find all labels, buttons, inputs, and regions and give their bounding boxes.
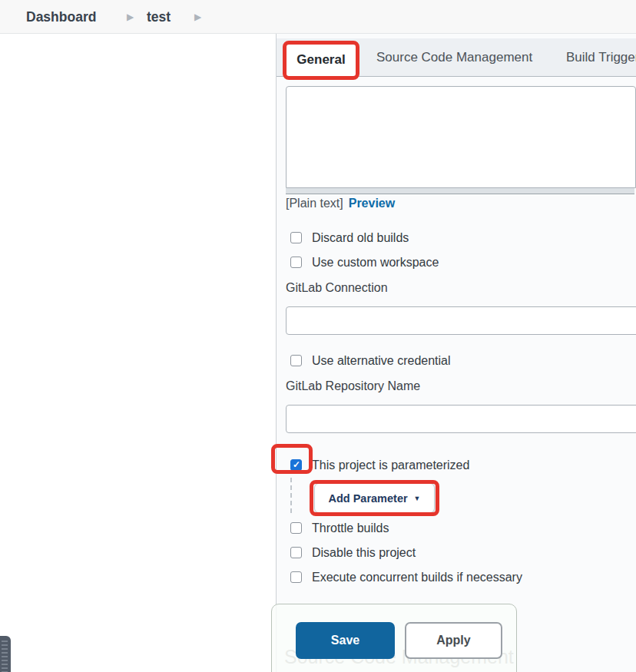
- content-divider: [276, 34, 277, 672]
- checkbox-label[interactable]: Throttle builds: [312, 521, 389, 535]
- preview-link[interactable]: Preview: [349, 197, 395, 210]
- checkbox-row-use-alternative-credential: Use alternative credential: [290, 354, 451, 367]
- corner-panel-partial: [0, 636, 11, 672]
- checkbox-label[interactable]: Use alternative credential: [312, 354, 451, 368]
- chevron-right-icon: [127, 0, 134, 34]
- parameter-tree-connector: [290, 478, 292, 513]
- chevron-down-icon: ▼: [414, 495, 421, 502]
- add-parameter-button[interactable]: Add Parameter ▼: [314, 483, 435, 513]
- plain-text-mode-label: [Plain text]: [286, 197, 343, 210]
- textarea-resize-handle[interactable]: [286, 188, 634, 194]
- checkbox-row-throttle-builds: Throttle builds: [290, 521, 389, 535]
- throttle-builds-checkbox[interactable]: [290, 522, 302, 534]
- add-parameter-label: Add Parameter: [328, 492, 407, 505]
- breadcrumb-item-dashboard[interactable]: Dashboard: [26, 0, 96, 34]
- description-mode-row: [Plain text] Preview: [286, 197, 395, 210]
- checkbox-row-disable-this-project: Disable this project: [290, 546, 416, 559]
- discard-old-builds-checkbox[interactable]: [290, 232, 302, 243]
- checkbox-row-parameterized: This project is parameterized: [290, 458, 469, 472]
- description-textarea[interactable]: [286, 86, 636, 188]
- this-project-is-parameterized-checkbox[interactable]: [290, 459, 302, 471]
- tab-source-code-management[interactable]: Source Code Management: [376, 38, 532, 77]
- breadcrumb-item-test[interactable]: test: [147, 0, 171, 34]
- use-custom-workspace-checkbox[interactable]: [290, 257, 302, 268]
- tab-general[interactable]: General: [287, 42, 356, 78]
- checkbox-label[interactable]: Discard old builds: [312, 231, 409, 245]
- disable-this-project-checkbox[interactable]: [290, 547, 302, 558]
- gitlab-connection-label: GitLab Connection: [286, 281, 388, 295]
- gitlab-repository-name-input[interactable]: [286, 405, 636, 433]
- gitlab-connection-input[interactable]: [286, 306, 636, 335]
- checkbox-label[interactable]: Execute concurrent builds if necessary: [312, 571, 522, 584]
- checkbox-row-use-custom-workspace: Use custom workspace: [290, 256, 439, 269]
- jenkins-job-config-page: Dashboard test General Source Code Manag…: [0, 0, 636, 672]
- use-alternative-credential-checkbox[interactable]: [290, 355, 302, 366]
- tab-build-triggers[interactable]: Build Triggers: [566, 38, 636, 77]
- breadcrumb: Dashboard test: [0, 0, 636, 34]
- checkbox-label[interactable]: Disable this project: [312, 546, 416, 560]
- checkbox-label[interactable]: This project is parameterized: [312, 458, 469, 472]
- gitlab-repository-name-label: GitLab Repository Name: [286, 379, 420, 393]
- execute-concurrent-builds-checkbox[interactable]: [290, 571, 302, 583]
- apply-button[interactable]: Apply: [405, 622, 502, 659]
- checkbox-row-execute-concurrent-builds: Execute concurrent builds if necessary: [290, 571, 522, 584]
- checkbox-row-discard-old-builds: Discard old builds: [290, 231, 409, 244]
- chevron-right-icon: [194, 0, 201, 34]
- save-button[interactable]: Save: [296, 622, 395, 659]
- checkbox-label[interactable]: Use custom workspace: [312, 256, 439, 270]
